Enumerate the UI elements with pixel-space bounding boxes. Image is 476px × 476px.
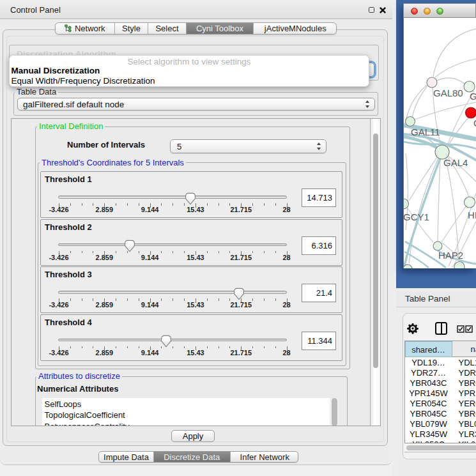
svg-text:GA: GA	[470, 91, 476, 102]
svg-text:GAL4: GAL4	[443, 157, 468, 168]
svg-text:HI: HI	[468, 210, 476, 220]
svg-text:GCY1: GCY1	[404, 211, 429, 222]
svg-text:C: C	[473, 118, 476, 128]
svg-text:GAL80: GAL80	[433, 88, 463, 98]
svg-text:GAL11: GAL11	[411, 127, 440, 137]
svg-text:HAP2: HAP2	[438, 250, 463, 261]
